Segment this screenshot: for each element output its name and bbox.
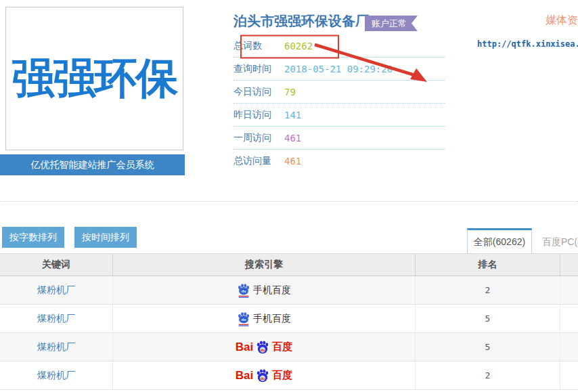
media-section-label: 媒体资 — [546, 14, 578, 28]
sort-by-wordcount-button[interactable]: 按字数排列 — [2, 227, 64, 248]
engine-mobile-baidu: du 手机百度 — [237, 311, 291, 326]
engine-mobile-baidu: du 手机百度 — [237, 283, 291, 298]
rank-value: 5 — [485, 342, 491, 352]
baidu-paw-icon: du — [256, 341, 269, 354]
account-stats: 总词数 60262 查询时间 2018-05-21 09:29:20 今日访问 … — [234, 35, 445, 173]
table-row: 煤粉机厂 du 手机百度 2 — [0, 276, 578, 305]
keyword-link[interactable]: 煤粉机厂 — [37, 370, 75, 382]
keyword-link[interactable]: 煤粉机厂 — [37, 284, 75, 297]
col-header-rank: 排名 — [416, 254, 560, 276]
engine-name: 百度 — [272, 369, 292, 382]
stat-week-visits: 一周访问 461 — [234, 127, 445, 150]
company-title: 泊头市强强环保设备厂 — [234, 12, 369, 30]
stat-label: 一周访问 — [234, 132, 284, 144]
engine-name: 百度 — [272, 341, 292, 353]
tab-all-keywords[interactable]: 全部(60262) — [467, 228, 532, 254]
baidu-paw-icon: du — [237, 283, 250, 298]
stat-label: 查询时间 — [234, 63, 284, 75]
col-header-engine: 搜索引擎 — [113, 254, 416, 276]
stat-value: 60262 — [284, 41, 313, 51]
stat-value: 2018-05-21 09:29:20 — [284, 64, 393, 74]
stat-value: 79 — [284, 87, 296, 97]
keyword-link[interactable]: 煤粉机厂 — [37, 341, 75, 353]
rank-value: 5 — [485, 313, 491, 324]
svg-text:du: du — [261, 347, 265, 351]
engine-baidu-pc: Bai du 百度 — [236, 341, 292, 354]
stat-value: 461 — [284, 156, 301, 167]
sort-by-time-button[interactable]: 按时间排列 — [74, 227, 137, 248]
rank-value: 2 — [485, 285, 491, 295]
stat-today-visits: 今日访问 79 — [234, 81, 445, 104]
col-header-extra — [560, 254, 578, 276]
site-logo: 强强环保 — [5, 7, 183, 150]
engine-baidu-pc: Bai du 百度 — [236, 369, 292, 383]
table-header-row: 关键词 搜索引擎 排名 — [0, 253, 578, 276]
logo-text: 强强环保 — [12, 49, 177, 108]
stat-label: 今日访问 — [234, 86, 284, 98]
engine-name: 手机百度 — [253, 313, 291, 325]
stat-label: 总访问量 — [234, 155, 284, 167]
svg-text:du: du — [242, 289, 246, 293]
stat-value: 461 — [284, 133, 301, 144]
keyword-rank-table: 关键词 搜索引擎 排名 煤粉机厂 du 手机百度 — [0, 253, 578, 390]
stat-label: 总词数 — [234, 40, 284, 52]
svg-text:du: du — [261, 376, 265, 380]
member-system-label: 亿优托智能建站推广会员系统 — [31, 159, 154, 171]
col-header-keyword: 关键词 — [0, 254, 113, 276]
table-row: 煤粉机厂 du 手机百度 5 — [0, 305, 578, 333]
stat-value: 141 — [284, 110, 301, 121]
baidu-logo-text: Bai — [236, 369, 253, 383]
tab-baidu-pc[interactable]: 百度PC(30 — [533, 230, 578, 254]
section-divider — [0, 201, 578, 202]
stat-total-visits: 总访问量 461 — [234, 150, 445, 173]
svg-text:du: du — [242, 318, 246, 322]
table-row: 煤粉机厂 Bai du 百度 2 — [0, 362, 578, 390]
baidu-paw-icon: du — [237, 311, 250, 326]
stat-query-time: 查询时间 2018-05-21 09:29:20 — [234, 58, 445, 81]
rank-value: 2 — [485, 370, 491, 380]
member-system-page: 强强环保 亿优托智能建站推广会员系统 泊头市强强环保设备厂 账户正常 媒体资 h… — [0, 0, 578, 392]
stat-label: 昨日访问 — [234, 109, 284, 121]
member-system-banner: 亿优托智能建站推广会员系统 — [0, 154, 185, 175]
baidu-logo-text: Bai — [236, 341, 253, 354]
stat-total-words: 总词数 60262 — [234, 35, 445, 58]
engine-name: 手机百度 — [253, 284, 291, 297]
stat-yesterday-visits: 昨日访问 141 — [234, 104, 445, 127]
account-status-badge: 账户正常 — [365, 16, 418, 31]
keyword-link[interactable]: 煤粉机厂 — [37, 313, 75, 325]
table-row: 煤粉机厂 Bai du 百度 5 — [0, 333, 578, 362]
site-url-link[interactable]: http://qtfk.xinxisea. — [477, 39, 578, 49]
baidu-paw-icon: du — [256, 369, 269, 383]
